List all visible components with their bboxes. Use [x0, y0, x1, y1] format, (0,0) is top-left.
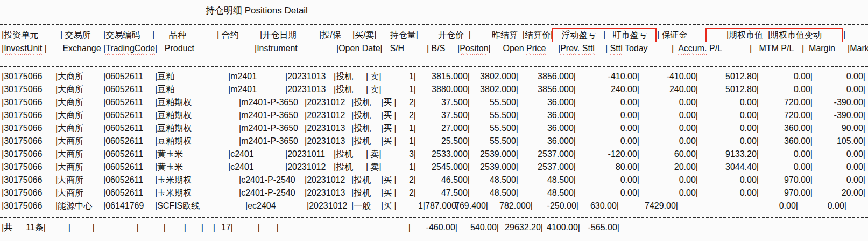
cell: |玉米期权 [155, 175, 239, 186]
cell: 36.000| [518, 111, 576, 120]
cell: 240.00| [576, 85, 639, 94]
cell: |20231012 [305, 98, 351, 107]
cell: 37.500| [416, 98, 470, 107]
cell: |买 | [381, 188, 398, 199]
cell: 2537.000| [518, 149, 576, 159]
total-cell: 11条| [15, 222, 46, 233]
cell: | 卖| [366, 149, 391, 160]
cell: 0.00| [759, 85, 813, 94]
header-cell-zh: 持仓量| [386, 30, 418, 41]
cell: 1| [398, 136, 416, 146]
cell: 105.00| [813, 136, 865, 146]
cell: 7429.00| [619, 201, 678, 211]
header-text: | [42, 44, 47, 53]
cell: |ec2404 [245, 201, 307, 211]
misspelled-word: Sttl [610, 44, 623, 53]
header-cell-en: |Positon| [457, 44, 500, 53]
cell: 55.500| [470, 98, 518, 107]
cell: |20231013 [305, 123, 351, 133]
cell: 360.00| [759, 136, 813, 146]
cell: |06052611 [103, 85, 155, 94]
cell: |c2401 [228, 149, 285, 159]
misspelled-word: TradingCode [105, 44, 155, 53]
cell: |30175066 [2, 98, 55, 107]
cell: |06052611 [103, 72, 155, 81]
header-cell-zh: |买/卖| [352, 30, 386, 41]
cell: |m2401-P-3650 [239, 111, 305, 120]
header-cell-en: | MTM P/L [750, 44, 802, 53]
cell: 25.500| [416, 136, 470, 146]
cell: |30175066 [2, 162, 55, 172]
cell: |投机 [351, 123, 381, 134]
cell: |投机 [334, 149, 366, 160]
cell: 36.000| [518, 136, 576, 146]
cell: |20231012 [285, 162, 334, 172]
cell: | 卖| [366, 71, 391, 82]
cell: |玉米期权 [155, 188, 239, 199]
cell: |06052611 [103, 188, 155, 198]
header-cell-zh: 结算价| [525, 30, 552, 41]
annotation-box-floating-pl: 浮动盈亏 | 盯市盈亏 [552, 28, 657, 42]
header-cell-en: | Accum. P/L [672, 44, 750, 53]
cell: 787.000| [425, 201, 455, 211]
cell: 46.500| [416, 175, 470, 185]
cell: 47.500| [416, 188, 470, 198]
cell: 0.00| [813, 149, 865, 159]
cell: 2| [398, 188, 416, 198]
table-row: |30175066|大商所|06052611|玉米期权|c2401-P-2540… [0, 174, 868, 187]
cell: 3044.40| [698, 162, 759, 172]
cell: 0.00| [759, 162, 813, 172]
cell: 0.00| [639, 111, 698, 120]
cell: |30175066 [2, 72, 55, 81]
cell: |m2401-P-3650 [239, 98, 305, 107]
cell: |大商所 [55, 162, 103, 173]
total-cell: 17| [215, 223, 233, 232]
header-cell-zh: | 合约 [217, 30, 260, 41]
header-text: | B/S [427, 44, 448, 53]
cell: 0.00| [576, 188, 639, 198]
cell: |大商所 [55, 123, 103, 134]
cell: |豆粕 [155, 71, 228, 82]
table-row: |30175066|大商所|06052611|豆粕期权|m2401-P-3650… [0, 96, 868, 109]
header-text: | [605, 44, 610, 53]
cell: |买 | [381, 201, 398, 212]
cell: |20231012 [305, 175, 351, 185]
header-text: Exchange [60, 44, 101, 53]
cell: 0.00| [813, 85, 865, 94]
cell: |大商所 [55, 175, 103, 186]
cell: |黄玉米 [155, 162, 228, 173]
cell: 0.00| [576, 175, 639, 185]
header-text: | [489, 44, 491, 53]
header-cell-en: S/H [387, 44, 427, 53]
cell: 0.00| [798, 201, 846, 211]
cell: |20231012 [305, 111, 351, 120]
cell: 1| [391, 162, 416, 172]
cell: |大商所 [55, 97, 103, 108]
total-cell: | [186, 223, 203, 232]
cell: |豆粕期权 [155, 97, 239, 108]
cell: -390.00| [813, 111, 865, 120]
cell: 3815.000| [416, 72, 470, 81]
total-cell: | [166, 223, 186, 232]
header-cell-zh: |开仓日期 [260, 30, 319, 41]
cell: |m2401 [228, 72, 285, 81]
header-cell-en: |InvestUnit | [2, 44, 60, 53]
cell: 970.00| [759, 175, 813, 185]
header-text: | Margin [802, 44, 837, 53]
cell: |黄玉米 [155, 149, 228, 160]
cell: 2| [398, 98, 416, 107]
cell: |投机 [351, 175, 381, 186]
header-cell-en: |Prev. Sttl [558, 44, 605, 53]
total-cell: | [233, 223, 260, 232]
cell: 48.500| [518, 188, 576, 198]
misspelled-word: InvestUnit [4, 44, 42, 53]
cell: 3802.000| [470, 85, 518, 94]
positions-detail-report: 持仓明细 Positions Detail |投资单元| 交易所|交易编码| 品… [0, 4, 868, 241]
cell: 0.00| [698, 98, 759, 107]
cell: 48.500| [518, 175, 576, 185]
header-text: P/L [707, 44, 724, 53]
cell: |c2401-P-2540 [239, 175, 305, 185]
divider [0, 24, 868, 25]
cell: -120.00| [576, 149, 639, 159]
table-row: |30175066|能源中心|06141769|SCFIS欧线|ec2404|2… [0, 199, 868, 212]
